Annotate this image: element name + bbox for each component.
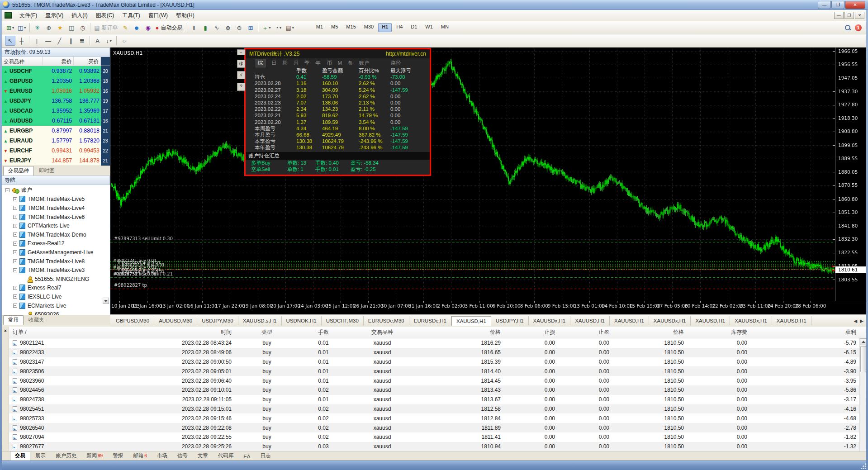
line-chart-icon[interactable]: ∿ <box>211 23 222 33</box>
chart-tab-15[interactable]: XAUUSDx,H1 <box>730 316 772 325</box>
order-row[interactable]: 980239602023.02.28 09:06:40buy0.01xauusd… <box>9 376 866 385</box>
arrows-tool-icon[interactable]: ↓▾ <box>104 36 114 46</box>
terminal-tab-展示[interactable]: 展示 <box>30 451 51 461</box>
terminal-tab-新闻[interactable]: 新闻99 <box>81 451 108 461</box>
expand-icon[interactable]: + <box>13 259 17 263</box>
menu-item-3[interactable]: 图表(C) <box>92 10 119 21</box>
mtdriver-stats-panel[interactable]: MTDriver统计 ,V3.25 http://mtdriver.cn 综日周… <box>244 48 431 176</box>
market-watch-column-0[interactable]: 交易品种 <box>2 57 43 66</box>
order-row[interactable]: 980276772023.02.28 09:25:26buy0.03xauusd… <box>9 442 866 451</box>
period-w1[interactable]: W1 <box>422 23 436 32</box>
tile-windows-icon[interactable]: ⊞ <box>245 23 256 33</box>
fibonacci-icon[interactable]: ≣ <box>77 36 87 46</box>
navigator-item[interactable]: +GetAssetManagement-Live <box>2 248 110 257</box>
indicators-icon[interactable]: ＋▾ <box>261 23 272 33</box>
terminal-tab-账户历史[interactable]: 账户历史 <box>51 451 81 461</box>
navigator-item[interactable]: −TMGM.TradeMax-Live3 <box>2 266 110 275</box>
chart-tab-7[interactable]: EURUSDc,H1 <box>409 316 451 325</box>
market-watch-row[interactable]: ▲USDCHF0.938720.9389220 <box>2 66 110 76</box>
menu-item-0[interactable]: 文件(F) <box>15 10 41 21</box>
expand-icon[interactable]: + <box>13 224 17 228</box>
child-close-button[interactable]: ✕ <box>855 12 864 19</box>
shapes-icon[interactable]: ○ <box>119 36 129 46</box>
market-watch-column-2[interactable]: 买价 <box>74 57 101 66</box>
expand-icon[interactable]: + <box>13 242 17 246</box>
stats-tab-路径[interactable]: 路径 <box>391 60 401 66</box>
navigator-item[interactable]: +TMGM.TradeMax-Live4 <box>2 204 110 213</box>
stats-move-button[interactable]: 移 <box>237 60 245 68</box>
minimize-button[interactable]: — <box>818 1 831 9</box>
terminal-tab-EA[interactable]: EA <box>238 452 255 461</box>
market-watch-icon[interactable]: ✳ <box>32 23 43 33</box>
text-icon[interactable]: A <box>92 36 103 46</box>
cursor-icon[interactable]: ↖ <box>5 36 15 46</box>
signals-icon[interactable]: ◉ <box>143 23 153 33</box>
menu-item-4[interactable]: 工具(T) <box>118 10 144 21</box>
stats-minimize-button[interactable]: − <box>237 49 245 55</box>
navigator-item[interactable]: +CPTMarkets-Live <box>2 221 110 230</box>
scroll-up-button[interactable] <box>860 338 867 345</box>
chart-tab-10[interactable]: XAUUSDx,H1 <box>529 316 571 325</box>
stats-tab-月[interactable]: 月 <box>294 60 299 66</box>
orders-column-1[interactable]: 时间 <box>86 328 235 336</box>
order-row[interactable]: 980231472023.02.28 09:00:50buy0.01xauusd… <box>9 357 866 367</box>
market-watch-row[interactable]: ▲AUDUSD0.671150.6713116 <box>2 116 110 126</box>
period-h1[interactable]: H1 <box>378 23 392 32</box>
scrollbar-thumb[interactable] <box>860 346 866 372</box>
menu-item-2[interactable]: 插入(I) <box>67 10 91 21</box>
period-m1[interactable]: M1 <box>313 23 327 32</box>
stats-tab-币[interactable]: 币 <box>327 60 332 66</box>
chart-tab-16[interactable]: XAUUSD,H1 <box>772 316 811 325</box>
strategy-tester-icon[interactable]: ◷ <box>77 23 88 33</box>
stats-check-button[interactable]: √ <box>237 71 245 79</box>
crosshair-icon[interactable]: ┼ <box>16 36 27 46</box>
terminal-icon[interactable]: ◫ <box>66 23 76 33</box>
chart-tab-12[interactable]: XAUUSD,H1 <box>610 316 649 325</box>
terminal-close-icon[interactable]: × <box>3 328 8 334</box>
tab-常用[interactable]: 常用 <box>3 315 24 325</box>
orders-column-5[interactable]: 价格 <box>416 328 504 336</box>
order-row[interactable]: 980247382023.02.28 09:11:05buy0.01xauusd… <box>9 395 866 404</box>
menu-item-5[interactable]: 窗口(W) <box>144 10 172 21</box>
menu-item-1[interactable]: 显示(V) <box>41 10 67 21</box>
terminal-tab-代码库[interactable]: 代码库 <box>213 451 239 461</box>
autotrade-button[interactable]: ●自动交易 <box>154 23 184 33</box>
order-row[interactable]: 980265402023.02.28 09:22:08buy0.02xauusd… <box>9 423 866 432</box>
orders-column-0[interactable]: 订单 / <box>9 328 86 336</box>
order-row[interactable]: 980257332023.02.28 09:15:46buy0.02xauusd… <box>9 413 866 423</box>
orders-column-10[interactable]: 获利 <box>751 328 866 336</box>
child-minimize-button[interactable]: — <box>834 12 844 19</box>
terminal-tab-邮箱[interactable]: 邮箱6 <box>128 451 152 461</box>
orders-column-3[interactable]: 手数 <box>299 328 348 336</box>
expand-icon[interactable]: + <box>13 233 17 237</box>
order-row[interactable]: 980235062023.02.28 09:05:01buy0.01xauusd… <box>9 366 866 376</box>
expand-icon[interactable]: + <box>13 215 17 219</box>
navigator-item[interactable]: +TMGM.TradeMax-Live5 <box>2 195 110 204</box>
navigator-item[interactable]: +IEXSLLC-Live <box>2 292 110 301</box>
tab-scroll-right-icon[interactable]: ▶ <box>860 318 863 323</box>
expand-icon[interactable]: + <box>13 206 17 210</box>
expand-icon[interactable]: + <box>13 286 17 290</box>
period-m5[interactable]: M5 <box>327 23 342 32</box>
timeframes-icon[interactable]: ◔▾ <box>273 23 283 33</box>
market-watch-row[interactable]: ▼EURCHF0.994310.9945322 <box>2 146 110 156</box>
tab-收藏夹[interactable]: 收藏夹 <box>24 315 49 325</box>
orders-column-2[interactable]: 类型 <box>235 328 299 336</box>
orders-column-6[interactable]: 止损 <box>504 328 559 336</box>
child-restore-button[interactable]: ❐ <box>844 12 854 19</box>
market-watch-row[interactable]: ▼EURJPY144.857144.87821 <box>2 156 110 166</box>
navigator-item[interactable]: +TMGM.TradeMax-Demo <box>2 230 110 239</box>
collapse-icon[interactable]: − <box>13 268 17 272</box>
navigator-item[interactable]: +Exness-Real12 <box>2 239 110 248</box>
stats-tab-备[interactable]: 备 <box>348 60 353 66</box>
new-chart-icon[interactable]: ⊞▾ <box>5 23 15 33</box>
orders-column-9[interactable]: 库存费 <box>688 328 751 336</box>
stats-tab-M[interactable]: M <box>338 60 342 66</box>
navigator-item[interactable]: 65093026 <box>2 310 110 315</box>
stats-help-button[interactable]: ? <box>237 83 245 91</box>
expand-icon[interactable]: + <box>13 294 17 299</box>
order-row[interactable]: 980224332023.02.28 08:49:06buy0.01xauusd… <box>9 348 866 357</box>
expand-icon[interactable]: + <box>13 250 17 254</box>
stats-tab-周[interactable]: 周 <box>282 60 288 66</box>
period-h4[interactable]: H4 <box>393 23 406 32</box>
